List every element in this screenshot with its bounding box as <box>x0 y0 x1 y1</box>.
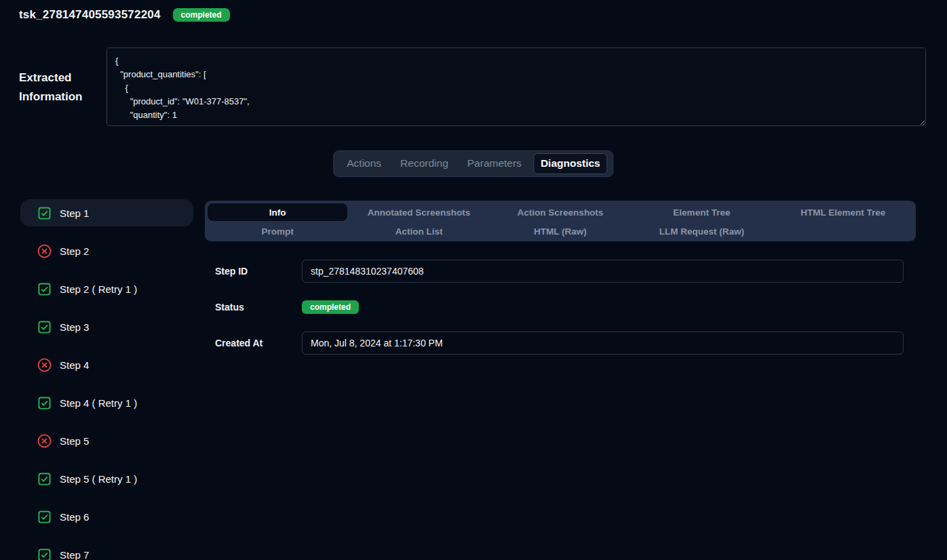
tab-diagnostics[interactable]: Diagnostics <box>533 153 608 174</box>
sidebar-item-step-2-retry-1[interactable]: Step 2 ( Retry 1 ) <box>20 275 193 302</box>
diagnostics-subtab-bar: InfoAnnotated ScreenshotsAction Screensh… <box>205 201 916 241</box>
step-label: Step 2 ( Retry 1 ) <box>60 283 137 295</box>
created-at-label: Created At <box>215 338 302 348</box>
step-label: Step 4 ( Retry 1 ) <box>60 397 137 409</box>
main-tab-bar: ActionsRecordingParametersDiagnostics <box>333 151 613 177</box>
check-square-icon <box>37 471 52 486</box>
subtab-llm-request-raw[interactable]: LLM Request (Raw) <box>632 222 771 240</box>
check-square-icon <box>37 205 52 220</box>
subtab-action-screenshots[interactable]: Action Screenshots <box>490 203 630 221</box>
step-label: Step 3 <box>60 321 89 333</box>
step-label: Step 4 <box>60 359 89 371</box>
sidebar-item-step-6[interactable]: Step 6 <box>20 503 193 530</box>
x-circle-icon <box>37 243 52 258</box>
task-id-title: tsk_278147405593572204 <box>19 8 161 22</box>
step-label: Step 1 <box>60 207 89 219</box>
sidebar-item-step-2[interactable]: Step 2 <box>20 237 193 264</box>
x-circle-icon <box>37 357 52 372</box>
sidebar-item-step-3[interactable]: Step 3 <box>20 313 193 340</box>
sidebar-item-step-5-retry-1[interactable]: Step 5 ( Retry 1 ) <box>20 465 193 492</box>
step-label: Step 6 <box>60 511 89 523</box>
sidebar-item-step-1[interactable]: Step 1 <box>20 199 193 226</box>
step-label: Step 2 <box>60 245 89 257</box>
subtab-annotated-screenshots[interactable]: Annotated Screenshots <box>349 203 488 221</box>
sidebar-item-step-4-retry-1[interactable]: Step 4 ( Retry 1 ) <box>20 389 193 416</box>
step-id-input[interactable] <box>302 260 904 283</box>
diagnostics-page: tsk_278147405593572204 completed Extract… <box>0 0 947 560</box>
subtab-action-list[interactable]: Action List <box>349 222 488 240</box>
tab-parameters[interactable]: Parameters <box>460 153 529 174</box>
page-header: tsk_278147405593572204 completed <box>19 8 230 22</box>
sidebar-item-step-7[interactable]: Step 7 <box>20 541 193 560</box>
step-label: Step 5 <box>60 435 89 447</box>
subtab-element-tree[interactable]: Element Tree <box>632 203 771 221</box>
x-circle-icon <box>37 433 52 448</box>
check-square-icon <box>37 281 52 296</box>
extracted-information-textarea[interactable] <box>107 47 926 126</box>
task-status-badge: completed <box>173 8 230 22</box>
subtab-html-raw[interactable]: HTML (Raw) <box>490 222 630 240</box>
subtab-html-element-tree[interactable]: HTML Element Tree <box>773 203 913 221</box>
step-status-badge: completed <box>302 300 359 314</box>
subtab-prompt[interactable]: Prompt <box>208 222 347 240</box>
check-square-icon <box>37 395 52 410</box>
check-square-icon <box>37 509 52 524</box>
created-at-input[interactable] <box>302 332 904 355</box>
subtab-info[interactable]: Info <box>208 203 347 221</box>
step-id-label: Step ID <box>215 266 302 277</box>
sidebar-item-step-5[interactable]: Step 5 <box>20 427 193 454</box>
steps-sidebar: Step 1Step 2Step 2 ( Retry 1 )Step 3Step… <box>20 199 193 560</box>
status-label: Status <box>215 302 302 313</box>
created-at-row: Created At <box>215 332 904 355</box>
tab-actions[interactable]: Actions <box>339 153 389 174</box>
check-square-icon <box>37 319 52 334</box>
step-id-row: Step ID <box>215 260 904 283</box>
check-square-icon <box>37 547 52 560</box>
tab-recording[interactable]: Recording <box>393 153 456 174</box>
sidebar-item-step-4[interactable]: Step 4 <box>20 351 193 378</box>
step-label: Step 7 <box>60 549 89 560</box>
status-row: Status completed <box>215 300 904 315</box>
extracted-information-label: Extracted Information <box>19 68 100 106</box>
step-label: Step 5 ( Retry 1 ) <box>60 473 137 485</box>
